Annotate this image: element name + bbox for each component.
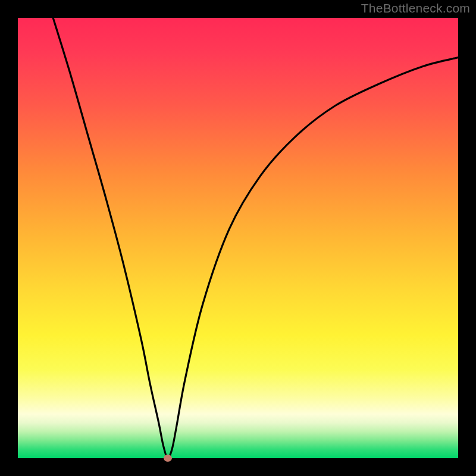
plot-area — [18, 18, 458, 458]
curve-svg — [18, 18, 458, 458]
watermark-text: TheBottleneck.com — [361, 1, 470, 15]
minimum-marker — [164, 455, 172, 462]
bottleneck-curve-path — [53, 18, 458, 458]
chart-frame: TheBottleneck.com — [0, 0, 476, 476]
